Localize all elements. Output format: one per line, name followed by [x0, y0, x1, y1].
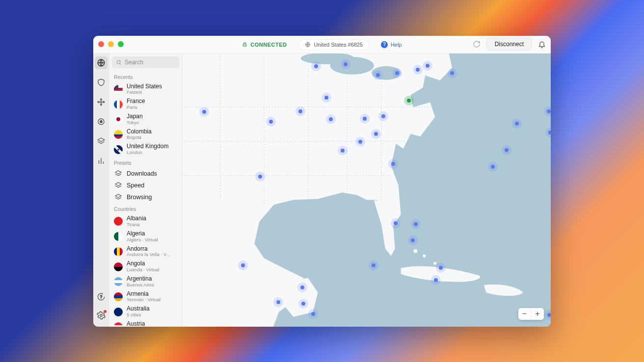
disconnect-button[interactable]: Disconnect	[486, 38, 532, 51]
help-link[interactable]: ? Help	[381, 41, 402, 48]
list-item-label: Angola	[127, 260, 159, 267]
flag-icon	[114, 322, 123, 326]
map-node[interactable]	[547, 109, 551, 113]
close-icon[interactable]	[98, 41, 104, 47]
map-node[interactable]	[450, 71, 454, 75]
minimize-icon[interactable]	[108, 41, 114, 47]
map-node[interactable]	[241, 263, 245, 267]
zoom-in-button[interactable]: +	[531, 308, 544, 320]
map-node[interactable]	[547, 313, 551, 317]
map-node[interactable]	[300, 285, 304, 289]
nav-support[interactable]: ?	[95, 290, 107, 303]
nav-shield[interactable]	[95, 76, 107, 89]
map-node[interactable]	[414, 222, 418, 226]
map-node[interactable]	[372, 263, 376, 267]
nav-mesh[interactable]	[95, 96, 107, 108]
nav-layers[interactable]	[95, 135, 107, 148]
lock-icon	[242, 42, 247, 47]
recent-item[interactable]: JapanTokyo	[110, 112, 181, 127]
map-node[interactable]	[298, 109, 302, 113]
preset-item[interactable]: Browsing	[110, 191, 181, 203]
map-node[interactable]	[374, 132, 378, 136]
country-item[interactable]: ArmeniaYerevan · Virtual	[110, 289, 181, 305]
sidebar: Search RecentsUnited StatesFastestFrance…	[109, 53, 183, 327]
nav-settings[interactable]	[95, 309, 107, 322]
nav-monitor[interactable]	[95, 115, 107, 128]
list-item-label: Japan	[127, 113, 143, 120]
map-node[interactable]	[381, 114, 385, 118]
map-node[interactable]	[491, 165, 495, 169]
map-node[interactable]	[505, 148, 509, 152]
map-node[interactable]	[341, 149, 345, 153]
map-node[interactable]	[276, 300, 280, 304]
recent-item[interactable]: ColombiaBogota	[110, 127, 181, 142]
country-item[interactable]: Australia5 cities	[110, 304, 181, 319]
preset-item[interactable]: Downloads	[110, 168, 181, 180]
recent-item[interactable]: FranceParis	[110, 97, 181, 112]
country-item[interactable]: AndorraAndorra la Vella · V…	[110, 244, 181, 259]
map-node[interactable]	[416, 68, 420, 72]
map-node[interactable]	[258, 175, 262, 179]
list-item-label: United Kingdom	[127, 143, 168, 150]
list-item-sublabel: Fastest	[127, 90, 162, 95]
svg-point-6	[100, 103, 102, 105]
map-node[interactable]	[394, 221, 398, 225]
preset-item[interactable]: Speed	[110, 180, 181, 191]
map-node[interactable]	[391, 162, 395, 166]
country-item[interactable]: AlbaniaTirana	[110, 214, 181, 229]
map-node[interactable]	[324, 96, 328, 100]
svg-point-14	[433, 261, 436, 264]
search-placeholder: Search	[125, 59, 143, 66]
nav-globe[interactable]	[95, 56, 107, 69]
country-item[interactable]: AngolaLuanda · Virtual	[110, 259, 181, 274]
map-node[interactable]	[363, 117, 367, 121]
layers-icon	[114, 193, 123, 202]
map-node[interactable]	[515, 122, 519, 126]
map-node[interactable]	[426, 64, 429, 68]
country-item[interactable]: AustriaVienna	[110, 319, 181, 326]
map-node[interactable]	[358, 140, 362, 144]
map-node[interactable]	[548, 130, 551, 134]
map-node[interactable]	[269, 120, 273, 124]
map-node[interactable]	[344, 62, 348, 66]
zoom-out-button[interactable]: −	[518, 308, 531, 320]
map-node[interactable]	[434, 278, 438, 282]
flag-icon	[114, 292, 123, 301]
map-node[interactable]	[202, 110, 206, 114]
help-icon: ?	[381, 41, 388, 48]
titlebar: CONNECTED United States #6825 ? Help Dis…	[93, 36, 551, 53]
map[interactable]: − +	[183, 53, 551, 327]
flag-icon	[114, 145, 123, 154]
country-item[interactable]: ArgentinaBuenos Aires	[110, 274, 181, 289]
list-item-label: United States	[127, 83, 162, 90]
map-node-connected[interactable]	[407, 99, 411, 103]
map-node[interactable]	[439, 266, 443, 270]
list-item-label: France	[127, 98, 145, 105]
list-item-sublabel: Tokyo	[127, 120, 143, 126]
refresh-icon[interactable]	[473, 40, 481, 48]
map-node[interactable]	[376, 73, 380, 77]
map-node[interactable]	[329, 117, 333, 121]
svg-point-13	[423, 254, 426, 257]
country-item[interactable]: AlgeriaAlgiers · Virtual	[110, 229, 181, 244]
current-server[interactable]: United States #6825	[298, 39, 369, 50]
svg-point-11	[117, 60, 120, 64]
help-label: Help	[391, 42, 402, 48]
nav-stats[interactable]	[95, 155, 107, 167]
globe-icon	[305, 42, 311, 48]
server-list[interactable]: RecentsUnited StatesFastestFranceParisJa…	[109, 71, 182, 327]
list-item-sublabel: Andorra la Vella · V…	[127, 252, 171, 258]
flag-icon	[114, 247, 123, 256]
map-node[interactable]	[395, 71, 399, 75]
list-item-sublabel: 5 cities	[127, 312, 150, 318]
map-node[interactable]	[311, 312, 315, 316]
recent-item[interactable]: United KingdomLondon	[110, 142, 181, 157]
map-node[interactable]	[301, 302, 305, 306]
map-node[interactable]	[411, 238, 415, 242]
recent-item[interactable]: United StatesFastest	[110, 82, 181, 97]
list-item-sublabel: Bogota	[127, 135, 152, 140]
fullscreen-icon[interactable]	[118, 41, 124, 47]
notifications-icon[interactable]	[538, 40, 546, 48]
search-input[interactable]: Search	[112, 56, 179, 68]
map-node[interactable]	[314, 64, 318, 68]
